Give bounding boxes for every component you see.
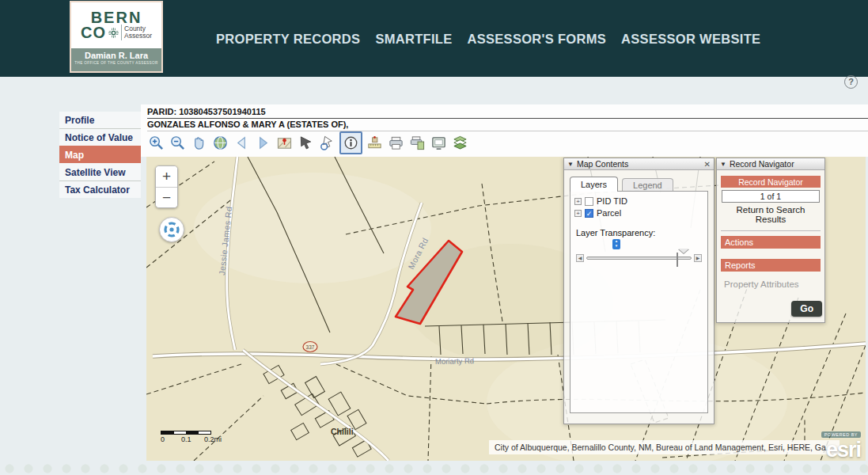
road-label-moriarty: Moriarty Rd — [435, 356, 474, 366]
slider-left-arrow[interactable]: ◀ — [576, 254, 584, 262]
scale-bar: 0 0.1 0.2mi — [161, 431, 224, 443]
layer-label: Parcel — [597, 208, 621, 218]
nav-assessors-forms[interactable]: ASSESSOR'S FORMS — [467, 32, 606, 47]
previous-extent-icon[interactable] — [233, 134, 251, 152]
expand-icon[interactable]: + — [574, 198, 582, 205]
pan-compass-button[interactable] — [159, 217, 184, 242]
collapse-caret-icon[interactable]: ▼ — [567, 161, 574, 168]
tab-layers[interactable]: Layers — [570, 177, 618, 192]
sidebar-item-satellite-view[interactable]: Satellite View — [59, 163, 141, 180]
sidebar-item-tax-calculator[interactable]: Tax Calculator — [59, 180, 141, 198]
map-contents-title: Map Contents — [577, 159, 628, 169]
assessor-map-page: BERN CO County Assessor Damian R. Lara — [0, 0, 868, 475]
select-features-icon[interactable] — [318, 134, 336, 152]
layers-tab-content: + PID TID + Parcel Layer Transparency: ▲… — [570, 191, 708, 413]
scale-label-0: 0 — [161, 435, 181, 443]
print-icon[interactable] — [387, 134, 405, 152]
record-navigator-header[interactable]: ▼ Record Navigator — [717, 158, 824, 170]
svg-text:337: 337 — [306, 344, 315, 350]
slider-thumb[interactable] — [677, 253, 688, 268]
place-label-chilili: Chilili — [331, 427, 354, 436]
locate-parcel-icon[interactable] — [275, 134, 294, 152]
record-navigator-banner: Record Navigator — [721, 176, 821, 188]
esri-logo: POWERED BY esri — [821, 425, 861, 460]
tab-legend[interactable]: Legend — [622, 178, 673, 192]
nav-smartfile[interactable]: SMARTFILE — [375, 32, 452, 47]
sidebar-item-notice-of-value[interactable]: Notice of Value — [59, 128, 141, 146]
divider — [721, 230, 821, 231]
layers-legend-tabs: Layers Legend — [570, 176, 708, 192]
nav-property-records[interactable]: PROPERTY RECORDS — [216, 32, 360, 47]
map-attribution: City of Albuquerque, Bernalillo County, … — [489, 440, 840, 454]
powered-by-label: POWERED BY — [821, 431, 861, 438]
map-zoom-control: + − — [155, 165, 178, 208]
identify-info-icon[interactable] — [339, 131, 362, 154]
map-zoom-in-button[interactable]: + — [156, 166, 177, 187]
pan-tool-icon[interactable] — [190, 134, 208, 152]
record-navigator-panel: ▼ Record Navigator Record Navigator 1 of… — [716, 158, 825, 323]
transparency-label: Layer Transparency: — [576, 228, 703, 238]
layer-row-pid-tid: + PID TID — [574, 196, 703, 206]
parcel-checkbox[interactable] — [585, 209, 593, 218]
sidebar-item-profile[interactable]: Profile — [59, 112, 141, 128]
help-icon[interactable]: ? — [844, 75, 858, 89]
close-icon[interactable]: ✕ — [704, 160, 711, 169]
bernco-logo[interactable]: BERN CO County Assessor Damian R. Lara — [70, 1, 163, 73]
measure-tool-icon[interactable] — [366, 134, 384, 152]
page-footer-pattern — [0, 461, 868, 475]
map-toolbar — [147, 130, 469, 156]
map-zoom-out-button[interactable]: − — [156, 187, 177, 207]
reports-section-bar[interactable]: Reports — [721, 259, 821, 272]
scale-label-02mi: 0.2mi — [204, 435, 222, 443]
layer-label: PID TID — [597, 196, 627, 206]
slider-right-arrow[interactable]: ▶ — [694, 254, 702, 262]
select-tool-icon[interactable] — [297, 134, 315, 152]
zia-symbol-icon — [108, 28, 119, 38]
transparency-slider: ◀ ▶ — [576, 254, 702, 262]
collapse-caret-icon[interactable]: ▼ — [720, 161, 726, 168]
next-extent-icon[interactable] — [254, 134, 272, 152]
esri-brand-text: esri — [821, 439, 861, 460]
header-bar: BERN CO County Assessor Damian R. Lara — [0, 0, 868, 77]
property-attributes-link[interactable]: Property Attributes — [724, 279, 821, 289]
slider-track[interactable] — [586, 256, 692, 260]
logo-co-text: CO — [81, 25, 106, 40]
crosshair-icon — [162, 220, 181, 239]
actions-section-bar[interactable]: Actions — [721, 236, 821, 249]
return-to-search-link[interactable]: Return to Search Results — [721, 205, 821, 224]
pid-tid-checkbox[interactable] — [585, 197, 593, 206]
route-shield-337: 337 — [303, 342, 317, 352]
map-contents-header[interactable]: ▼ Map Contents ✕ — [564, 158, 714, 170]
sidebar-nav: Profile Notice of Value Map Satellite Vi… — [59, 112, 141, 198]
top-nav: PROPERTY RECORDS SMARTFILE ASSESSOR'S FO… — [216, 32, 760, 47]
record-header: PARID: 103804537501940115 GONZALES ALFON… — [147, 107, 868, 131]
go-button[interactable]: Go — [791, 301, 822, 317]
map-viewport[interactable]: 337 Jessie James Rd Mora Rd Moriarty Rd … — [146, 157, 866, 461]
scale-label-01: 0.1 — [181, 435, 204, 443]
record-navigator-title: Record Navigator — [730, 159, 794, 169]
layer-row-parcel: + Parcel — [574, 208, 703, 218]
expand-icon[interactable]: + — [574, 210, 582, 217]
zoom-out-tool-icon[interactable] — [169, 134, 187, 152]
parid-value: PARID: 103804537501940115 — [147, 107, 868, 119]
record-count-box: 1 of 1 — [722, 190, 820, 203]
nav-assessor-website[interactable]: ASSESSOR WEBSITE — [621, 32, 760, 47]
sidebar-item-map[interactable]: Map — [59, 146, 141, 163]
layers-icon[interactable] — [451, 134, 469, 152]
transparency-stepper-icon[interactable]: ▲▼ — [612, 239, 620, 249]
logo-bern-text: BERN — [91, 10, 142, 25]
map-contents-panel: ▼ Map Contents ✕ Layers Legend + PID TID — [563, 158, 714, 424]
full-extent-globe-icon[interactable] — [211, 134, 229, 152]
zoom-in-tool-icon[interactable] — [147, 134, 165, 152]
print-map-icon[interactable] — [408, 134, 426, 152]
map-extent-icon[interactable] — [430, 134, 448, 152]
assessor-tagline: THE OFFICE OF THE COUNTY ASSESSOR — [71, 61, 161, 65]
assessor-name: Damian R. Lara — [71, 51, 161, 60]
logo-assessor-text: Assessor — [124, 32, 152, 40]
